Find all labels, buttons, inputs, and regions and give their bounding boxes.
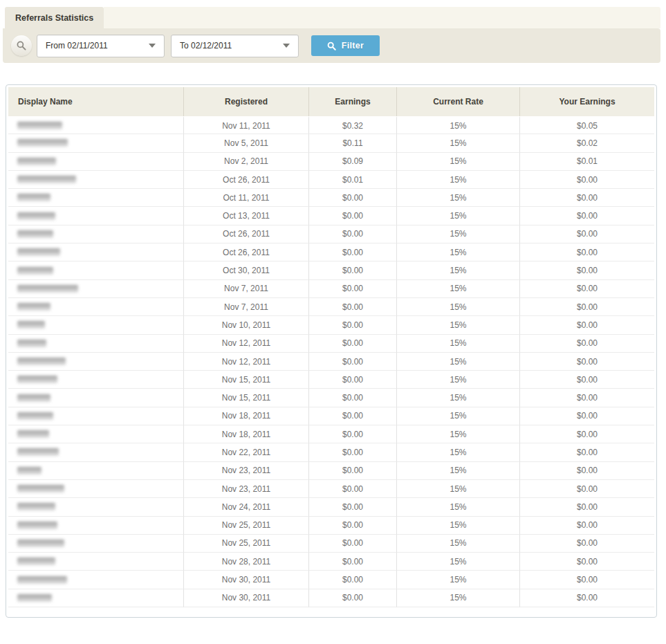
current-rate-cell: 15%: [397, 226, 520, 243]
table-row: Nov 30, 2011$0.0015%$0.00: [8, 589, 654, 607]
redacted-name-blur: [17, 576, 67, 584]
table-row: Nov 7, 2011$0.0015%$0.00: [8, 280, 654, 298]
earnings-cell: $0.09: [309, 153, 397, 171]
display-name-cell: [8, 589, 184, 607]
display-name-cell: [8, 480, 184, 498]
registered-cell: Nov 7, 2011: [184, 280, 309, 298]
display-name-cell: [8, 407, 184, 425]
display-name-cell: [8, 243, 184, 261]
table-row: Nov 18, 2011$0.0015%$0.00: [8, 407, 654, 425]
current-rate-cell: 15%: [397, 589, 520, 607]
your-earnings-cell: $0.00: [520, 353, 654, 371]
table-row: Nov 28, 2011$0.0015%$0.00: [8, 553, 654, 571]
redacted-name-blur: [17, 448, 59, 456]
your-earnings-cell: $0.00: [520, 226, 654, 243]
registered-cell: Oct 30, 2011: [184, 261, 309, 279]
your-earnings-cell: $0.00: [520, 462, 654, 480]
table-row: Nov 11, 2011$0.3215%$0.05: [8, 116, 654, 134]
redacted-name-blur: [17, 522, 57, 529]
referrals-table-container: Display Name Registered Earnings Current…: [6, 84, 657, 618]
current-rate-cell: 15%: [397, 407, 520, 425]
your-earnings-cell: $0.00: [520, 443, 654, 461]
redacted-name-blur: [17, 122, 62, 129]
registered-cell: Nov 18, 2011: [184, 407, 309, 425]
current-rate-cell: 15%: [397, 389, 520, 407]
earnings-cell: $0.00: [309, 371, 397, 389]
column-header-display-name: Display Name: [8, 87, 184, 116]
tab-referrals-statistics[interactable]: Referrals Statistics: [5, 7, 104, 29]
your-earnings-cell: $0.02: [520, 134, 654, 152]
chevron-down-icon: [149, 44, 156, 48]
display-name-cell: [8, 189, 184, 207]
display-name-cell: [8, 553, 184, 571]
redacted-name-blur: [17, 594, 52, 602]
your-earnings-cell: $0.01: [520, 153, 654, 171]
redacted-name-blur: [17, 321, 45, 329]
redacted-name-blur: [17, 340, 46, 347]
display-name-cell: [8, 335, 184, 353]
filter-button[interactable]: Filter: [311, 35, 380, 56]
current-rate-cell: 15%: [397, 498, 520, 516]
table-row: Nov 23, 2011$0.0015%$0.00: [8, 480, 654, 498]
current-rate-cell: 15%: [397, 280, 520, 298]
earnings-cell: $0.01: [309, 171, 397, 189]
current-rate-cell: 15%: [397, 261, 520, 279]
display-name-cell: [8, 134, 184, 152]
table-row: Nov 7, 2011$0.0015%$0.00: [8, 298, 654, 316]
redacted-name-blur: [17, 430, 49, 438]
table-row: Nov 30, 2011$0.0015%$0.00: [8, 571, 654, 589]
current-rate-cell: 15%: [397, 207, 520, 225]
display-name-cell: [8, 535, 184, 553]
earnings-cell: $0.00: [309, 535, 397, 553]
to-date-value: To 02/12/2011: [180, 41, 232, 50]
table-row: Oct 26, 2011$0.0015%$0.00: [8, 243, 654, 261]
registered-cell: Nov 10, 2011: [184, 316, 309, 334]
redacted-name-blur: [17, 303, 50, 311]
earnings-cell: $0.00: [309, 589, 397, 607]
redacted-name-blur: [17, 194, 50, 201]
your-earnings-cell: $0.00: [520, 517, 654, 535]
table-row: Nov 15, 2011$0.0015%$0.00: [8, 389, 654, 407]
current-rate-cell: 15%: [397, 134, 520, 152]
filter-button-label: Filter: [342, 41, 364, 50]
earnings-cell: $0.00: [309, 226, 397, 243]
registered-cell: Nov 18, 2011: [184, 425, 309, 443]
redacted-name-blur: [17, 176, 76, 183]
display-name-cell: [8, 353, 184, 371]
display-name-cell: [8, 153, 184, 171]
column-header-current-rate: Current Rate: [397, 87, 520, 116]
table-row: Oct 11, 2011$0.0015%$0.00: [8, 189, 654, 207]
display-name-cell: [8, 443, 184, 461]
table-row: Oct 26, 2011$0.0115%$0.00: [8, 171, 654, 189]
from-date-select[interactable]: From 02/11/2011: [37, 35, 165, 57]
display-name-cell: [8, 498, 184, 516]
redacted-name-blur: [17, 358, 66, 365]
registered-cell: Oct 26, 2011: [184, 171, 309, 189]
table-row: Nov 12, 2011$0.0015%$0.00: [8, 353, 654, 371]
your-earnings-cell: $0.05: [520, 116, 654, 134]
table-row: Nov 25, 2011$0.0015%$0.00: [8, 517, 654, 535]
redacted-name-blur: [17, 267, 53, 275]
table-row: Nov 22, 2011$0.0015%$0.00: [8, 443, 654, 461]
current-rate-cell: 15%: [397, 316, 520, 334]
registered-cell: Nov 22, 2011: [184, 443, 309, 461]
earnings-cell: $0.00: [309, 571, 397, 589]
earnings-cell: $0.32: [309, 116, 397, 134]
earnings-cell: $0.00: [309, 316, 397, 334]
redacted-name-blur: [17, 467, 41, 475]
your-earnings-cell: $0.00: [520, 553, 654, 571]
redacted-name-blur: [17, 558, 55, 565]
your-earnings-cell: $0.00: [520, 498, 654, 516]
registered-cell: Nov 24, 2011: [184, 498, 309, 516]
your-earnings-cell: $0.00: [520, 280, 654, 298]
your-earnings-cell: $0.00: [520, 335, 654, 353]
redacted-name-blur: [17, 285, 78, 293]
display-name-cell: [8, 116, 184, 134]
redacted-name-blur: [17, 139, 68, 147]
to-date-select[interactable]: To 02/12/2011: [171, 35, 299, 57]
your-earnings-cell: $0.00: [520, 316, 654, 334]
your-earnings-cell: $0.00: [520, 389, 654, 407]
tab-label: Referrals Statistics: [15, 13, 93, 23]
redacted-name-blur: [17, 394, 50, 402]
earnings-cell: $0.00: [309, 353, 397, 371]
